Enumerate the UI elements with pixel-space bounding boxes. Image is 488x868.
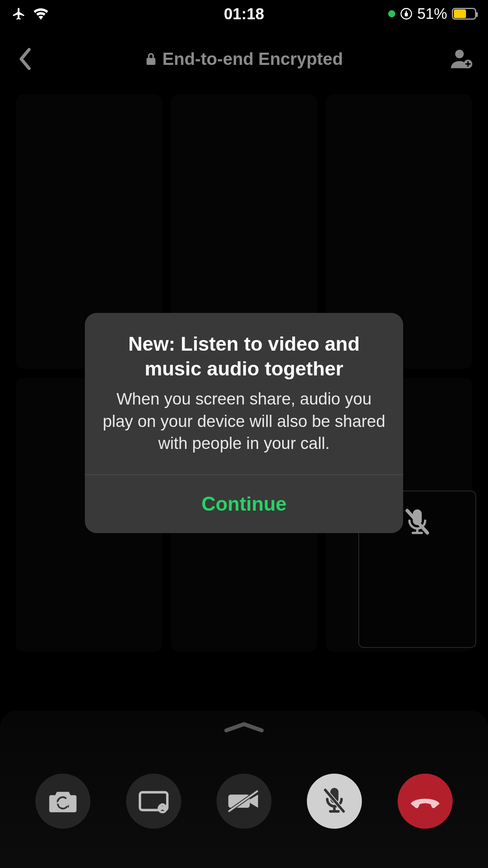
mute-button[interactable] [307, 774, 362, 829]
lock-icon [145, 52, 157, 66]
status-time: 01:18 [224, 5, 264, 23]
battery-percent: 51% [417, 6, 447, 22]
mic-muted-icon [403, 507, 431, 539]
feature-announcement-dialog: New: Listen to video and music audio tog… [85, 313, 403, 533]
svg-point-2 [455, 50, 464, 58]
call-header: End-to-end Encrypted [0, 39, 488, 79]
hangup-button[interactable] [398, 774, 453, 829]
camera-active-dot-icon [388, 10, 395, 17]
status-bar: 01:18 51% [0, 0, 488, 28]
screen-share-button[interactable] [126, 774, 181, 829]
call-controls-sheet[interactable] [0, 711, 488, 868]
svg-point-7 [161, 804, 164, 807]
switch-camera-button[interactable] [35, 774, 90, 829]
encryption-label: End-to-end Encrypted [162, 49, 343, 69]
back-button[interactable] [16, 47, 35, 71]
dialog-body: When you screen share, audio you play on… [101, 388, 387, 455]
add-participant-button[interactable] [449, 48, 472, 70]
chevron-up-icon[interactable] [222, 720, 266, 734]
airplane-mode-icon [12, 7, 26, 21]
video-off-button[interactable] [216, 774, 272, 829]
orientation-lock-icon [400, 7, 413, 20]
continue-button[interactable]: Continue [85, 475, 403, 533]
svg-rect-1 [405, 13, 407, 16]
battery-icon [452, 8, 476, 20]
dialog-title: New: Listen to video and music audio tog… [101, 332, 387, 381]
wifi-icon [33, 8, 49, 20]
